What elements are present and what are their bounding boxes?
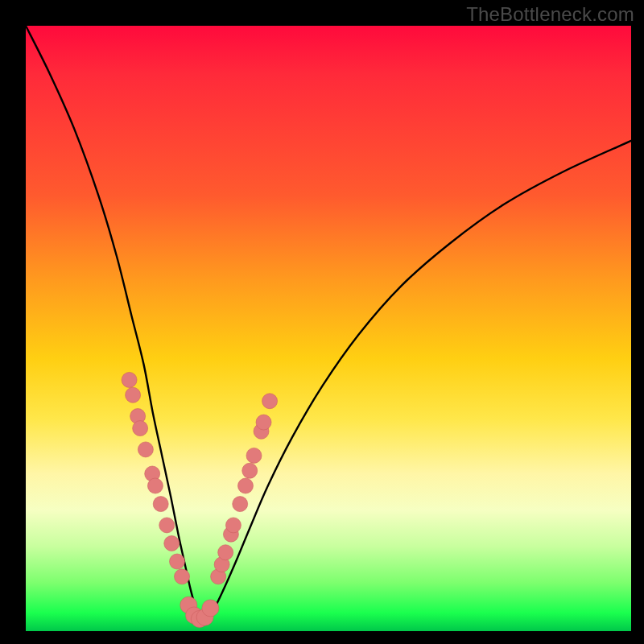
plot-area <box>26 26 631 631</box>
curve-marker <box>218 545 233 560</box>
curve-marker <box>202 600 219 617</box>
bottleneck-curve <box>26 26 631 621</box>
curve-marker <box>256 415 271 430</box>
curve-marker <box>126 387 141 402</box>
curve-marker <box>242 463 258 478</box>
curve-marker <box>175 569 190 584</box>
curve-marker <box>170 554 185 569</box>
curve-marker <box>147 478 163 493</box>
curve-marker <box>237 478 253 493</box>
curve-marker <box>153 497 168 512</box>
curve-marker <box>133 421 148 436</box>
curve-marker <box>262 394 278 409</box>
curve-marker <box>246 448 262 463</box>
outer-frame: TheBottleneck.com <box>0 0 644 644</box>
watermark-text: TheBottleneck.com <box>466 3 634 26</box>
curve-marker <box>138 442 153 457</box>
chart-svg <box>26 26 631 631</box>
curve-marker <box>122 372 137 387</box>
curve-marker <box>225 518 241 533</box>
curve-marker <box>233 497 248 512</box>
curve-markers <box>122 372 277 627</box>
curve-marker <box>164 535 180 551</box>
curve-marker <box>159 518 175 533</box>
